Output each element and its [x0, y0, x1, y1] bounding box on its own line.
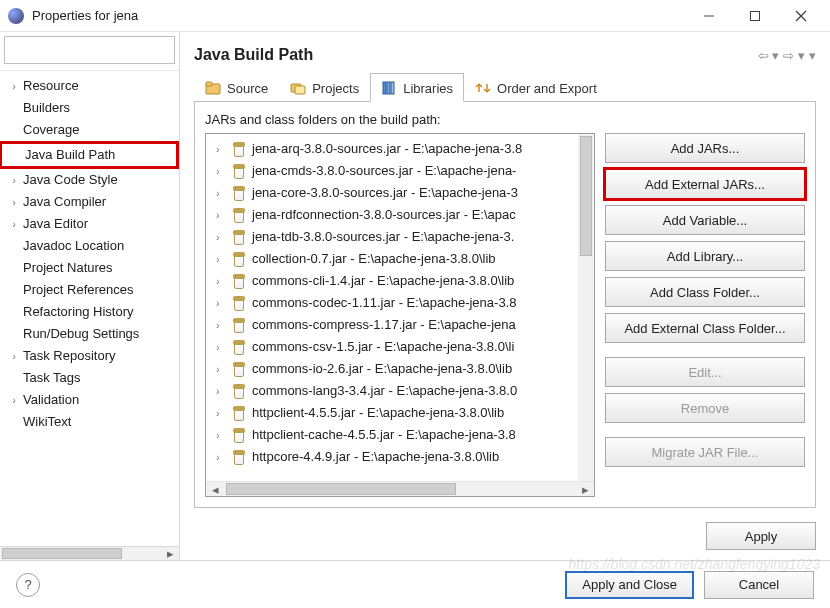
nav-item-validation[interactable]: ›Validation — [0, 389, 179, 411]
twisty-icon: › — [216, 205, 226, 225]
tab-order-and-export[interactable]: Order and Export — [464, 73, 608, 101]
maximize-button[interactable] — [732, 0, 778, 32]
jar-list-item[interactable]: ›jena-cmds-3.8.0-sources.jar - E:\apache… — [210, 160, 594, 182]
nav-item-task-repository[interactable]: ›Task Repository — [0, 345, 179, 367]
svg-rect-10 — [391, 82, 394, 94]
jar-list-item[interactable]: ›commons-lang3-3.4.jar - E:\apache-jena-… — [210, 380, 594, 402]
close-button[interactable] — [778, 0, 824, 32]
jar-list-item[interactable]: ›jena-tdb-3.8.0-sources.jar - E:\apache-… — [210, 226, 594, 248]
nav-item-label: Java Editor — [23, 214, 175, 234]
jar-list-item[interactable]: ›httpcore-4.4.9.jar - E:\apache-jena-3.8… — [210, 446, 594, 468]
order-export-icon — [475, 80, 491, 96]
nav-item-java-build-path[interactable]: Java Build Path — [2, 144, 176, 166]
tab-source[interactable]: Source — [194, 73, 279, 101]
apply-button[interactable]: Apply — [706, 522, 816, 550]
add-jars-button[interactable]: Add JARs... — [605, 133, 805, 163]
jar-icon — [232, 251, 246, 267]
twisty-icon: › — [216, 139, 226, 159]
twisty-icon: › — [8, 346, 20, 366]
jar-list-item[interactable]: ›jena-rdfconnection-3.8.0-sources.jar - … — [210, 204, 594, 226]
jar-icon — [232, 185, 246, 201]
jar-icon — [232, 449, 246, 465]
twisty-icon: › — [216, 425, 226, 445]
jar-list[interactable]: ›jena-arq-3.8.0-sources.jar - E:\apache-… — [205, 133, 595, 497]
jar-item-label: commons-cli-1.4.jar - E:\apache-jena-3.8… — [252, 271, 514, 291]
left-horizontal-scrollbar[interactable]: ▸ — [0, 546, 179, 560]
nav-item-label: Resource — [23, 76, 175, 96]
left-panel: ›ResourceBuildersCoverageJava Build Path… — [0, 32, 180, 560]
nav-item-java-compiler[interactable]: ›Java Compiler — [0, 191, 179, 213]
nav-item-wikitext[interactable]: WikiText — [0, 411, 179, 433]
nav-item-label: Javadoc Location — [23, 236, 175, 256]
nav-item-builders[interactable]: Builders — [0, 97, 179, 119]
add-external-jars-button[interactable]: Add External JARs... — [605, 169, 805, 199]
cancel-button[interactable]: Cancel — [704, 571, 814, 599]
jar-list-item[interactable]: ›httpclient-cache-4.5.5.jar - E:\apache-… — [210, 424, 594, 446]
jar-list-item[interactable]: ›commons-codec-1.11.jar - E:\apache-jena… — [210, 292, 594, 314]
jar-icon — [232, 295, 246, 311]
list-horizontal-scrollbar[interactable]: ◂▸ — [206, 481, 594, 496]
twisty-icon: › — [216, 183, 226, 203]
jar-item-label: collection-0.7.jar - E:\apache-jena-3.8.… — [252, 249, 496, 269]
nav-item-refactoring-history[interactable]: Refactoring History — [0, 301, 179, 323]
forward-icon[interactable]: ⇨ ▾ — [783, 48, 805, 63]
jar-list-item[interactable]: ›collection-0.7.jar - E:\apache-jena-3.8… — [210, 248, 594, 270]
apply-and-close-button[interactable]: Apply and Close — [565, 571, 694, 599]
jar-list-item[interactable]: ›commons-csv-1.5.jar - E:\apache-jena-3.… — [210, 336, 594, 358]
jar-item-label: httpclient-4.5.5.jar - E:\apache-jena-3.… — [252, 403, 504, 423]
menu-icon[interactable]: ▾ — [809, 48, 816, 63]
list-vertical-scrollbar[interactable] — [578, 134, 594, 481]
nav-item-java-code-style[interactable]: ›Java Code Style — [0, 169, 179, 191]
help-icon[interactable]: ? — [16, 573, 40, 597]
button-column: Add JARs... Add External JARs... Add Var… — [605, 133, 805, 497]
twisty-icon: › — [216, 381, 226, 401]
nav-item-label: Refactoring History — [23, 302, 175, 322]
add-class-folder-button[interactable]: Add Class Folder... — [605, 277, 805, 307]
tab-projects[interactable]: Projects — [279, 73, 370, 101]
nav-item-project-natures[interactable]: Project Natures — [0, 257, 179, 279]
jar-icon — [232, 229, 246, 245]
nav-item-label: Java Build Path — [25, 145, 172, 165]
twisty-icon: › — [216, 271, 226, 291]
jar-list-item[interactable]: ›commons-io-2.6.jar - E:\apache-jena-3.8… — [210, 358, 594, 380]
jar-icon — [232, 163, 246, 179]
twisty-icon: › — [216, 403, 226, 423]
twisty-icon: › — [216, 447, 226, 467]
jar-item-label: httpclient-cache-4.5.5.jar - E:\apache-j… — [252, 425, 516, 445]
nav-item-project-references[interactable]: Project References — [0, 279, 179, 301]
filter-input[interactable] — [4, 36, 175, 64]
add-external-class-folder-button[interactable]: Add External Class Folder... — [605, 313, 805, 343]
jar-list-item[interactable]: ›httpclient-4.5.5.jar - E:\apache-jena-3… — [210, 402, 594, 424]
jar-list-item[interactable]: ›jena-arq-3.8.0-sources.jar - E:\apache-… — [210, 138, 594, 160]
twisty-icon: › — [8, 170, 20, 190]
nav-item-label: Validation — [23, 390, 175, 410]
nav-item-label: Task Repository — [23, 346, 175, 366]
jar-item-label: jena-rdfconnection-3.8.0-sources.jar - E… — [252, 205, 516, 225]
svg-rect-1 — [751, 11, 760, 20]
back-icon[interactable]: ⇦ ▾ — [758, 48, 780, 63]
jar-list-item[interactable]: ›jena-core-3.8.0-sources.jar - E:\apache… — [210, 182, 594, 204]
add-library-button[interactable]: Add Library... — [605, 241, 805, 271]
remove-button[interactable]: Remove — [605, 393, 805, 423]
jar-list-item[interactable]: ›commons-compress-1.17.jar - E:\apache-j… — [210, 314, 594, 336]
nav-item-label: Project Natures — [23, 258, 175, 278]
nav-item-run-debug-settings[interactable]: Run/Debug Settings — [0, 323, 179, 345]
nav-item-resource[interactable]: ›Resource — [0, 75, 179, 97]
nav-item-task-tags[interactable]: Task Tags — [0, 367, 179, 389]
minimize-button[interactable] — [686, 0, 732, 32]
nav-item-coverage[interactable]: Coverage — [0, 119, 179, 141]
svg-rect-9 — [387, 82, 390, 94]
jar-item-label: commons-compress-1.17.jar - E:\apache-je… — [252, 315, 516, 335]
jar-item-label: commons-io-2.6.jar - E:\apache-jena-3.8.… — [252, 359, 512, 379]
jar-icon — [232, 427, 246, 443]
migrate-jar-button[interactable]: Migrate JAR File... — [605, 437, 805, 467]
twisty-icon: › — [8, 214, 20, 234]
nav-item-javadoc-location[interactable]: Javadoc Location — [0, 235, 179, 257]
jar-list-item[interactable]: ›commons-cli-1.4.jar - E:\apache-jena-3.… — [210, 270, 594, 292]
tab-libraries[interactable]: Libraries — [370, 73, 464, 102]
edit-button[interactable]: Edit... — [605, 357, 805, 387]
add-variable-button[interactable]: Add Variable... — [605, 205, 805, 235]
tab-bar: SourceProjectsLibrariesOrder and Export — [194, 72, 816, 102]
nav-item-java-editor[interactable]: ›Java Editor — [0, 213, 179, 235]
nav-tree[interactable]: ›ResourceBuildersCoverageJava Build Path… — [0, 70, 179, 546]
